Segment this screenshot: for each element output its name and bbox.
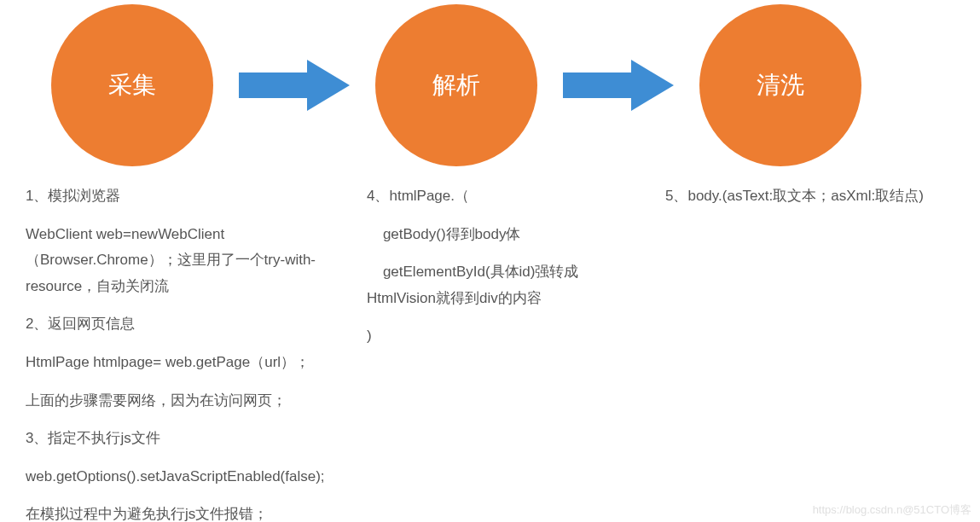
arrow-icon bbox=[239, 60, 350, 111]
steps-row: 采集 解析 清洗 bbox=[0, 4, 980, 166]
detail-text: 5、body.(asText:取文本；asXml:取结点) bbox=[665, 183, 938, 210]
detail-text: 在模拟过程中为避免执行js文件报错； bbox=[26, 502, 324, 522]
detail-text: getBody()得到body体 bbox=[367, 222, 623, 248]
arrow-icon bbox=[563, 60, 674, 111]
detail-text: web.getOptions().setJavaScriptEnabled(fa… bbox=[26, 464, 324, 490]
step-label: 采集 bbox=[108, 69, 156, 102]
detail-text: 3、指定不执行js文件 bbox=[26, 426, 324, 452]
step-circle-clean: 清洗 bbox=[699, 4, 861, 166]
column-parse: 4、htmlPage.（ getBody()得到body体 getElement… bbox=[358, 183, 623, 522]
details-row: 1、模拟浏览器 WebClient web=newWebClient（Brows… bbox=[0, 166, 980, 522]
detail-text: 1、模拟浏览器 bbox=[26, 183, 324, 210]
column-collect: 1、模拟浏览器 WebClient web=newWebClient（Brows… bbox=[26, 183, 324, 522]
svg-marker-0 bbox=[239, 60, 350, 111]
detail-text: 2、返回网页信息 bbox=[26, 311, 324, 338]
step-label: 清洗 bbox=[757, 69, 804, 102]
svg-marker-1 bbox=[563, 60, 674, 111]
detail-text: HtmlPage htmlpage= web.getPage（url）； bbox=[26, 350, 324, 376]
step-circle-parse: 解析 bbox=[375, 4, 537, 166]
step-label: 解析 bbox=[432, 69, 480, 102]
detail-text: ) bbox=[367, 323, 623, 350]
detail-text: 4、htmlPage.（ bbox=[367, 183, 623, 210]
detail-text: 上面的步骤需要网络，因为在访问网页； bbox=[26, 388, 324, 415]
detail-text: WebClient web=newWebClient（Browser.Chrom… bbox=[26, 222, 324, 300]
watermark-text: https://blog.csdn.n@51CTO博客 bbox=[813, 502, 971, 518]
column-clean: 5、body.(asText:取文本；asXml:取结点) bbox=[657, 183, 938, 522]
step-circle-collect: 采集 bbox=[51, 4, 213, 166]
detail-text: getElementById(具体id)强转成HtmlVision就得到div的… bbox=[367, 259, 623, 311]
